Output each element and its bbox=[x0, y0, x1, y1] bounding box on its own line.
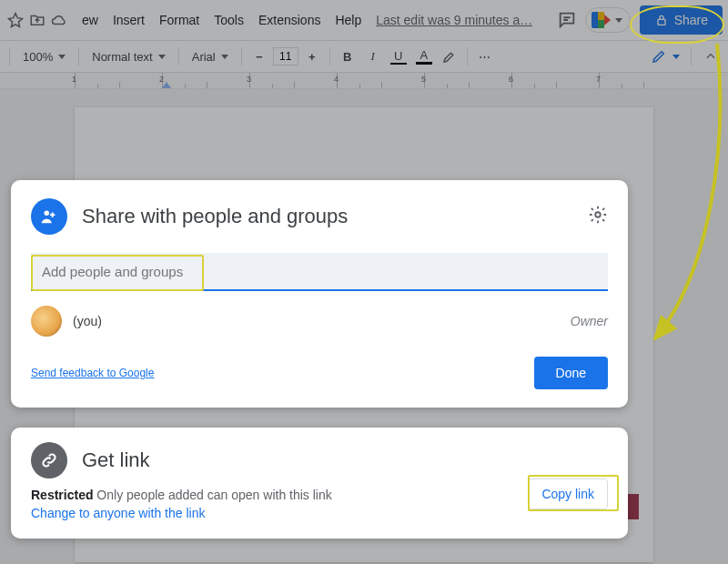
link-icon bbox=[31, 442, 67, 478]
add-people-input[interactable] bbox=[31, 253, 608, 291]
get-link-title: Get link bbox=[82, 448, 150, 472]
person-row: (you) Owner bbox=[31, 306, 608, 337]
done-button[interactable]: Done bbox=[534, 357, 608, 389]
change-access-link[interactable]: Change to anyone with the link bbox=[31, 506, 608, 520]
share-modal: Share with people and groups (you) Owner… bbox=[11, 180, 628, 408]
person-role: Owner bbox=[571, 314, 608, 328]
send-feedback-link[interactable]: Send feedback to Google bbox=[31, 367, 154, 379]
svg-point-1 bbox=[45, 211, 50, 217]
get-link-modal: Get link Restricted Only people added ca… bbox=[11, 428, 628, 539]
settings-icon[interactable] bbox=[588, 205, 608, 228]
people-icon bbox=[31, 198, 67, 235]
share-modal-title: Share with people and groups bbox=[82, 205, 348, 228]
svg-point-2 bbox=[595, 212, 601, 217]
avatar bbox=[31, 306, 62, 337]
copy-link-button[interactable]: Copy link bbox=[528, 478, 608, 509]
person-you-label: (you) bbox=[73, 314, 102, 328]
link-restriction-text: Restricted Only people added can open wi… bbox=[31, 488, 608, 502]
